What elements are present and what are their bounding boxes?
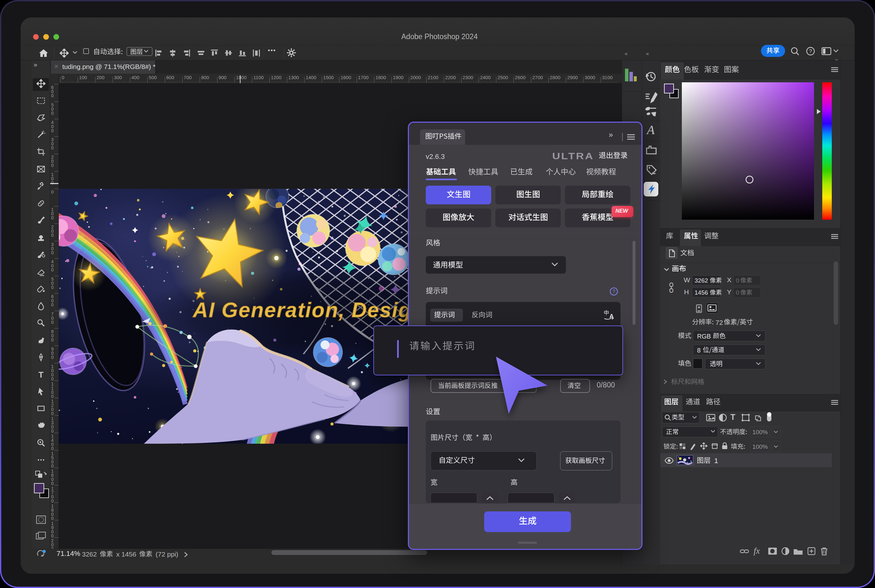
svg-text:?: ? [809, 48, 812, 54]
svg-text:?: ? [613, 289, 616, 294]
svg-text:T: T [39, 370, 43, 379]
svg-text:AI Generation, Design: AI Generation, Design [192, 298, 425, 322]
